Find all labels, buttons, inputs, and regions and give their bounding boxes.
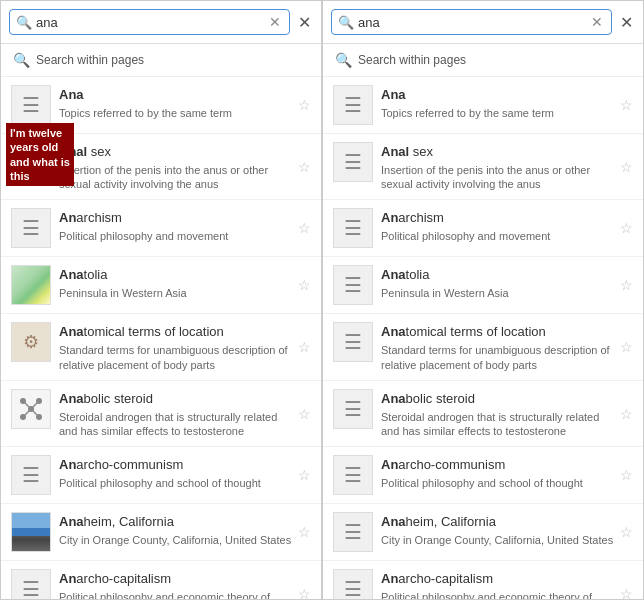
star-button[interactable]: ☆ (298, 586, 311, 599)
result-desc: City in Orange County, California, Unite… (59, 533, 294, 547)
star-button[interactable]: ☆ (620, 277, 633, 293)
result-item[interactable]: Anabolic steroid Steroidal androgen that… (1, 381, 321, 447)
meme-overlay: I'm twelve years old and what is this (6, 123, 74, 186)
star-button[interactable]: ☆ (298, 406, 311, 422)
result-item[interactable]: ☰ Anatomical terms of location Standard … (323, 314, 643, 380)
result-item[interactable]: ☰ Anarcho-capitalism Political philosoph… (1, 561, 321, 599)
result-content: Anarcho-communism Political philosophy a… (381, 455, 616, 490)
result-item[interactable]: ☰ Ana Topics referred to by the same ter… (323, 77, 643, 134)
star-button[interactable]: ☆ (620, 467, 633, 483)
result-item[interactable]: ☰ Anabolic steroid Steroidal androgen th… (323, 381, 643, 447)
result-item[interactable]: ☰ Anarcho-capitalism Political philosoph… (323, 561, 643, 599)
result-content: Anatolia Peninsula in Western Asia (381, 265, 616, 300)
result-item[interactable]: ☰ Anatolia Peninsula in Western Asia ☆ (323, 257, 643, 314)
result-desc: Political philosophy and school of thoug… (59, 476, 294, 490)
svg-line-6 (31, 401, 39, 409)
results-list: ☰ Ana Topics referred to by the same ter… (323, 77, 643, 599)
result-title: Anarcho-capitalism (59, 571, 171, 586)
result-title: Ana (59, 87, 84, 102)
star-button[interactable]: ☆ (298, 524, 311, 540)
result-item[interactable]: Anatolia Peninsula in Western Asia ☆ (1, 257, 321, 314)
result-desc: City in Orange County, California, Unite… (381, 533, 616, 547)
result-content: Anaheim, California City in Orange Count… (59, 512, 294, 547)
result-title: Anarchism (59, 210, 122, 225)
doc-icon: ☰ (22, 577, 40, 599)
result-desc: Standard terms for unambiguous descripti… (59, 343, 294, 372)
result-desc: Standard terms for unambiguous descripti… (381, 343, 616, 372)
section-icon: 🔍 (335, 52, 352, 68)
star-button[interactable]: ☆ (620, 220, 633, 236)
section-header: 🔍 Search within pages (1, 44, 321, 77)
star-button[interactable]: ☆ (620, 586, 633, 599)
section-header-label: Search within pages (358, 53, 466, 67)
result-content: Anabolic steroid Steroidal androgen that… (381, 389, 616, 438)
search-bar-right: 🔍 ✕ ✕ (323, 1, 643, 44)
result-content: Anal sex Insertion of the penis into the… (59, 142, 294, 191)
result-desc: Political philosophy and movement (381, 229, 616, 243)
svg-line-5 (23, 401, 31, 409)
result-content: Anatomical terms of location Standard te… (381, 322, 616, 371)
doc-icon: ☰ (344, 150, 362, 174)
star-button[interactable]: ☆ (298, 339, 311, 355)
result-title: Anaheim, California (381, 514, 496, 529)
result-desc: Steroidal androgen that is structurally … (381, 410, 616, 439)
doc-icon: ☰ (344, 330, 362, 354)
result-desc: Steroidal androgen that is structurally … (59, 410, 294, 439)
doc-icon: ☰ (344, 463, 362, 487)
doc-icon: ☰ (22, 216, 40, 240)
star-button[interactable]: ☆ (620, 406, 633, 422)
star-button[interactable]: ☆ (620, 339, 633, 355)
star-button[interactable]: ☆ (298, 467, 311, 483)
result-desc: Political philosophy and school of thoug… (381, 476, 616, 490)
result-content: Ana Topics referred to by the same term (59, 85, 294, 120)
result-content: Anarchism Political philosophy and movem… (59, 208, 294, 243)
result-item[interactable]: ⚙ Anatomical terms of location Standard … (1, 314, 321, 380)
result-content: Anaheim, California City in Orange Count… (381, 512, 616, 547)
result-content: Anatomical terms of location Standard te… (59, 322, 294, 371)
result-item[interactable]: ☰ Anarchism Political philosophy and mov… (1, 200, 321, 257)
result-title: Anal sex (381, 144, 433, 159)
result-content: Anarchism Political philosophy and movem… (381, 208, 616, 243)
star-button[interactable]: ☆ (620, 159, 633, 175)
clear-button[interactable]: ✕ (589, 14, 605, 30)
star-button[interactable]: ☆ (620, 97, 633, 113)
doc-icon: ☰ (22, 93, 40, 117)
doc-icon: ☰ (344, 577, 362, 599)
clear-button[interactable]: ✕ (267, 14, 283, 30)
result-content: Anal sex Insertion of the penis into the… (381, 142, 616, 191)
result-title: Anarcho-capitalism (381, 571, 493, 586)
section-icon: 🔍 (13, 52, 30, 68)
section-header-label: Search within pages (36, 53, 144, 67)
result-title: Anatomical terms of location (381, 324, 546, 339)
result-item[interactable]: ☰ Anarchism Political philosophy and mov… (323, 200, 643, 257)
panel-right: 🔍 ✕ ✕ 🔍 Search within pages ☰ Ana Topics… (322, 0, 644, 600)
result-item[interactable]: Anaheim, California City in Orange Count… (1, 504, 321, 561)
doc-icon: ☰ (344, 273, 362, 297)
result-content: Anabolic steroid Steroidal androgen that… (59, 389, 294, 438)
panel-left: 🔍 ✕ ✕ 🔍 Search within pages ☰ Ana Topics… (0, 0, 322, 600)
search-input[interactable] (36, 15, 267, 30)
result-desc: Topics referred to by the same term (381, 106, 616, 120)
search-input[interactable] (358, 15, 589, 30)
search-icon: 🔍 (338, 15, 354, 30)
result-item[interactable]: ☰ Anaheim, California City in Orange Cou… (323, 504, 643, 561)
result-desc: Political philosophy and economic theory… (59, 590, 294, 599)
result-item[interactable]: ☰ Anarcho-communism Political philosophy… (323, 447, 643, 504)
close-button[interactable]: ✕ (618, 13, 635, 32)
star-button[interactable]: ☆ (298, 159, 311, 175)
svg-line-7 (23, 409, 31, 417)
close-button[interactable]: ✕ (296, 13, 313, 32)
star-button[interactable]: ☆ (620, 524, 633, 540)
result-content: Anarcho-capitalism Political philosophy … (381, 569, 616, 599)
result-desc: Political philosophy and economic theory… (381, 590, 616, 599)
result-item[interactable]: ☰ Anarcho-communism Political philosophy… (1, 447, 321, 504)
star-button[interactable]: ☆ (298, 97, 311, 113)
result-desc: Insertion of the penis into the anus or … (59, 163, 294, 192)
result-title: Anaheim, California (59, 514, 174, 529)
star-button[interactable]: ☆ (298, 220, 311, 236)
result-item[interactable]: ☰ Anal sex Insertion of the penis into t… (323, 134, 643, 200)
result-title: Anatolia (59, 267, 107, 282)
star-button[interactable]: ☆ (298, 277, 311, 293)
result-desc: Topics referred to by the same term (59, 106, 294, 120)
search-input-wrap: 🔍 ✕ (331, 9, 612, 35)
